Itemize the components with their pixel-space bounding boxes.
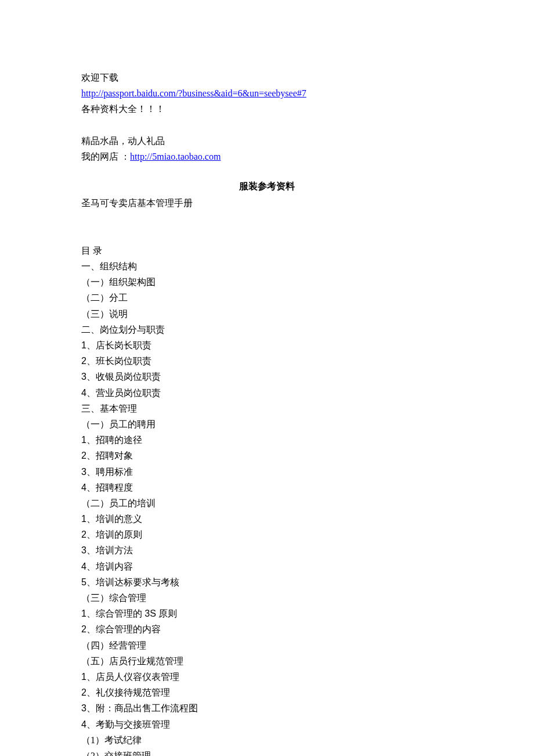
toc-item: （1）考试纪律 [81,732,453,748]
spacer [81,211,453,227]
toc-heading: 目 录 [81,243,453,258]
toc-item: （2）交接班管理 [81,748,453,756]
toc-item: 1、招聘的途径 [81,432,453,448]
shop-line: 我的网店 ：http://5miao.taobao.com [81,149,453,164]
toc-item: 三、基本管理 [81,401,453,416]
toc-item: 二、岗位划分与职责 [81,322,453,337]
toc-item: 2、招聘对象 [81,448,453,463]
toc-item: 3、附：商品出售工作流程图 [81,700,453,716]
toc-item: 4、营业员岗位职责 [81,385,453,401]
toc-item: （五）店员行业规范管理 [81,653,453,669]
toc-item: 4、考勤与交接班管理 [81,717,453,732]
toc-item: 1、综合管理的 3S 原则 [81,606,453,621]
document-subtitle: 圣马可专卖店基本管理手册 [81,195,453,211]
toc-item: 2、礼仪接待规范管理 [81,685,453,700]
document-title: 服装参考资料 [81,178,453,194]
toc-item: （一）组织架构图 [81,274,453,290]
toc-item: 1、店长岗长职责 [81,337,453,353]
welcome-text: 欢迎下载 [81,70,453,85]
toc-item: 2、培训的原则 [81,527,453,542]
toc-item: （三）说明 [81,306,453,322]
toc-item: 5、培训达标要求与考核 [81,574,453,590]
toc-item: 4、招聘程度 [81,480,453,495]
subtitle-text: 各种资料大全！！！ [81,101,453,117]
toc-item: （一）员工的聘用 [81,416,453,432]
spacer [81,227,453,243]
toc-item: 3、聘用标准 [81,464,453,480]
toc-item: 3、收银员岗位职责 [81,369,453,384]
shop-label: 我的网店 ： [81,152,130,161]
toc-item: 3、培训方法 [81,542,453,558]
toc-item: 4、培训内容 [81,559,453,574]
toc-item: （四）经营管理 [81,638,453,653]
toc-item: 1、店员人仪容仪表管理 [81,669,453,685]
toc-item: （三）综合管理 [81,590,453,606]
passport-link[interactable]: http://passport.baidu.com/?business&aid=… [81,88,306,98]
toc-item: 一、组织结构 [81,258,453,274]
toc-item: 2、综合管理的内容 [81,621,453,637]
toc-item: （二）分工 [81,290,453,305]
toc-item: 1、培训的意义 [81,511,453,527]
promo-text: 精品水晶，动人礼品 [81,133,453,149]
spacer [81,117,453,133]
toc-item: 2、班长岗位职责 [81,353,453,369]
shop-link[interactable]: http://5miao.taobao.com [130,152,221,161]
link-line-1: http://passport.baidu.com/?business&aid=… [81,85,453,101]
toc-item: （二）员工的培训 [81,495,453,511]
